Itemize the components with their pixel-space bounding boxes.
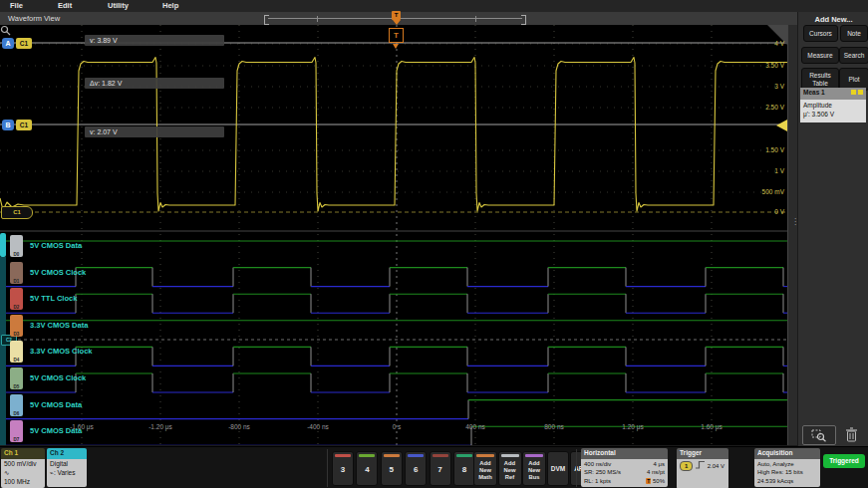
waveform-plot[interactable]: T A C1 v: 3.89 V Δv: 1.82 V B C1 v: 2.07… — [0, 25, 787, 445]
menu-item-help[interactable]: Help — [162, 1, 178, 10]
cursor-b-source-badge[interactable]: C1 — [16, 120, 32, 130]
channel-number: 3 — [333, 465, 353, 474]
channel-7-button[interactable]: 7 — [430, 451, 451, 486]
digital-channel-label: 5V CMOS Clock — [30, 268, 86, 277]
ch2-badge[interactable]: Ch 2 Digital ⌁: Varies — [47, 448, 87, 487]
channel-8-button[interactable]: 8 — [453, 451, 475, 486]
add-new-measure-button[interactable]: Measure — [801, 47, 839, 64]
time-tick-label: 0 s — [375, 423, 419, 430]
digital-channel-label: 5V CMOS Data — [30, 426, 82, 435]
acquisition-badge[interactable]: Acquisition Auto, Analyze High Res: 15 b… — [754, 448, 820, 487]
add-new-bus-button[interactable]: AddNewBus — [522, 451, 546, 486]
ch1-ground-marker[interactable]: C1 — [1, 206, 33, 219]
menu-item-edit[interactable]: Edit — [58, 1, 72, 10]
cursor-a-source-badge[interactable]: C1 — [16, 38, 32, 49]
cursor-b-readout[interactable]: v: 2.07 V — [85, 126, 224, 137]
digital-channel-badge-d5[interactable]: D5 — [10, 367, 23, 389]
waveform-view-title: Waveform View — [8, 14, 60, 23]
digital-channel-label: 3.3V CMOS Data — [30, 321, 88, 330]
measurement-status-icon — [851, 90, 856, 95]
channel-color-stripe — [456, 454, 472, 457]
ch1-probe-icon: ∿ — [4, 469, 42, 478]
digital-channel-badge-d3[interactable]: D3 — [10, 315, 23, 337]
cursor-b-badge[interactable]: B — [2, 120, 14, 130]
time-tick-label: 400 ns — [453, 423, 497, 430]
measurement-badge-body: Amplitude μ': 3.506 V — [800, 100, 866, 122]
digital-channel-badge-d6[interactable]: D6 — [10, 394, 23, 416]
time-tick-label: -800 ns — [217, 423, 261, 430]
measurement-type: Amplitude — [803, 102, 863, 111]
channel-number: 5 — [382, 465, 402, 474]
horizontal-badge[interactable]: Horizontal 400 ns/div4 μsSR: 250 MS/s4 n… — [581, 448, 668, 487]
voltage-tick-label: 4 V — [750, 40, 784, 47]
cursor-a-badge[interactable]: A — [2, 38, 14, 49]
digital-channel-badge-d2[interactable]: D2 — [10, 288, 23, 310]
acquisition-count: 24.539 kAcqs — [757, 477, 817, 485]
channel-4-button[interactable]: 4 — [356, 451, 378, 486]
digital-channel-label: 5V CMOS Clock — [30, 373, 86, 382]
add-new-search-button[interactable]: Search — [839, 47, 868, 64]
cursor-delta-readout[interactable]: Δv: 1.82 V — [85, 78, 224, 89]
time-tick-label: -1.20 μs — [139, 423, 182, 430]
digital-channel-badge-d1[interactable]: D1 — [10, 262, 23, 284]
right-panel: Add New... CursorsNoteMeasureSearchResul… — [797, 12, 868, 446]
digital-group-handle[interactable] — [0, 233, 6, 257]
digital-channel-label: 3.3V CMOS Clock — [30, 347, 93, 356]
voltage-tick-label: 2.50 V — [750, 104, 784, 111]
horizontal-badge-header: Horizontal — [581, 448, 668, 459]
record-view-left-bracket[interactable] — [264, 15, 269, 25]
voltage-tick-label: 1 V — [750, 167, 784, 174]
voltage-tick-label: 500 mV — [750, 188, 784, 195]
time-tick-label: 800 ns — [532, 423, 576, 430]
record-view-tick — [317, 16, 318, 22]
add-new-note-button[interactable]: Note — [840, 25, 868, 42]
ch1-scale: 500 mV/div — [4, 460, 42, 469]
trigger-flag-stem-icon — [393, 44, 399, 49]
ch1-badge[interactable]: Ch 1 500 mV/div ∿ 100 MHz — [1, 448, 45, 488]
trigger-flag-icon[interactable]: T — [389, 28, 404, 43]
zoom-area-icon — [811, 429, 827, 442]
ch1-bandwidth: 100 MHz — [4, 478, 42, 487]
ch2-badge-header: Ch 2 — [47, 448, 87, 459]
digital-channel-badge-d7[interactable]: D7 — [10, 420, 23, 442]
magnifier-icon — [0, 25, 11, 36]
bottom-bar: Ch 1 500 mV/div ∿ 100 MHz Ch 2 Digital ⌁… — [0, 446, 868, 488]
acquisition-badge-header: Acquisition — [754, 448, 820, 459]
voltage-tick-label: 1.50 V — [750, 146, 784, 153]
delete-button[interactable] — [842, 425, 860, 443]
cursor-a-readout[interactable]: v: 3.89 V — [85, 35, 224, 46]
menu-item-utility[interactable]: Utility — [108, 1, 129, 10]
acquisition-mode: Auto, Analyze — [757, 460, 817, 468]
dvm-button[interactable]: DVM — [547, 451, 569, 486]
time-tick-label: 1.60 μs — [690, 423, 733, 430]
menu-item-file[interactable]: File — [10, 1, 23, 10]
channel-color-stripe — [408, 454, 424, 457]
channel-number: 7 — [431, 465, 450, 474]
add-new-math-button[interactable]: AddNewMath — [473, 451, 497, 486]
add-new-cursors-button[interactable]: Cursors — [803, 25, 838, 42]
add-new-color-stripe — [476, 454, 494, 457]
rising-edge-icon — [695, 460, 706, 469]
zoom-mode-button[interactable] — [802, 425, 836, 445]
ch2-probe: ⌁: Varies — [50, 469, 84, 478]
measurement-badge[interactable]: Meas 1 Amplitude μ': 3.506 V — [800, 88, 866, 122]
channel-color-stripe — [384, 454, 400, 457]
trigger-badge-body: 1 2.04 V — [677, 459, 728, 488]
digital-channel-badge-d4[interactable]: D4 — [10, 341, 23, 363]
channel-5-button[interactable]: 5 — [381, 451, 403, 486]
trigger-position-marker-icon[interactable]: T — [392, 11, 401, 20]
add-new-color-stripe — [501, 454, 519, 457]
record-view-right-bracket[interactable] — [521, 15, 526, 25]
channel-6-button[interactable]: 6 — [405, 451, 427, 486]
channel-3-button[interactable]: 3 — [332, 451, 354, 486]
bottom-bar-separator — [327, 449, 328, 487]
digital-group-strip — [0, 257, 6, 445]
digital-channel-label: 5V CMOS Data — [30, 400, 82, 409]
add-new-ref-button[interactable]: AddNewRef — [498, 451, 522, 486]
channel-color-stripe — [335, 454, 351, 457]
ch2-mode: Digital — [50, 460, 84, 469]
measurement-value: μ': 3.506 V — [803, 111, 863, 120]
digital-channel-badge-d0[interactable]: D0 — [10, 235, 23, 257]
trigger-level-arrow-icon[interactable] — [776, 120, 787, 131]
trigger-badge[interactable]: Trigger 1 2.04 V — [677, 448, 728, 488]
